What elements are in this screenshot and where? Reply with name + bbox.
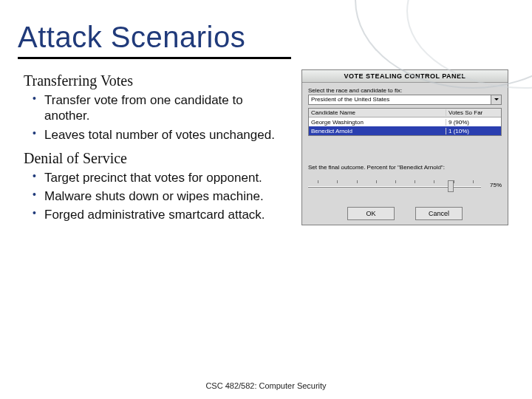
chevron-down-icon[interactable] <box>491 95 501 104</box>
bullet-item: Leaves total number of votes unchanged. <box>37 127 285 143</box>
outcome-slider[interactable]: 75% <box>308 180 502 200</box>
race-select[interactable]: President of the United States <box>308 95 502 105</box>
bullet-item: Transfer vote from one candidate to anot… <box>37 92 285 124</box>
table-row[interactable]: George Washington 9 (90%) <box>309 117 501 126</box>
section-heading: Transferring Votes <box>24 72 285 89</box>
candidate-table: Candidate Name Votes So Far George Washi… <box>308 108 502 136</box>
col-votes: Votes So Far <box>446 109 501 116</box>
col-candidate-name: Candidate Name <box>309 109 446 116</box>
ok-button[interactable]: OK <box>347 207 395 220</box>
slider-label: Set the final outcome. Percent for "Bene… <box>302 160 508 171</box>
bullet-item: Malware shuts down or wipes machine. <box>37 188 285 204</box>
table-row[interactable]: Benedict Arnold 1 (10%) <box>309 126 501 135</box>
dialog-panel: VOTE STEALING CONTROL PANEL Select the r… <box>301 69 508 225</box>
cell-name: Benedict Arnold <box>309 128 446 134</box>
slide-footer: CSC 482/582: Computer Security <box>0 381 532 390</box>
bullet-item: Target precinct that votes for opponent. <box>37 170 285 185</box>
bullet-item: Forged administrative smartcard attack. <box>37 207 285 222</box>
slide-body: Transferring Votes Transfer vote from on… <box>24 65 285 226</box>
cancel-button[interactable]: Cancel <box>415 207 463 220</box>
cell-votes: 1 (10%) <box>446 128 501 134</box>
race-select-value: President of the United States <box>311 96 389 103</box>
cell-votes: 9 (90%) <box>446 119 501 126</box>
section-heading: Denial of Service <box>24 150 285 167</box>
cell-name: George Washington <box>309 119 446 126</box>
